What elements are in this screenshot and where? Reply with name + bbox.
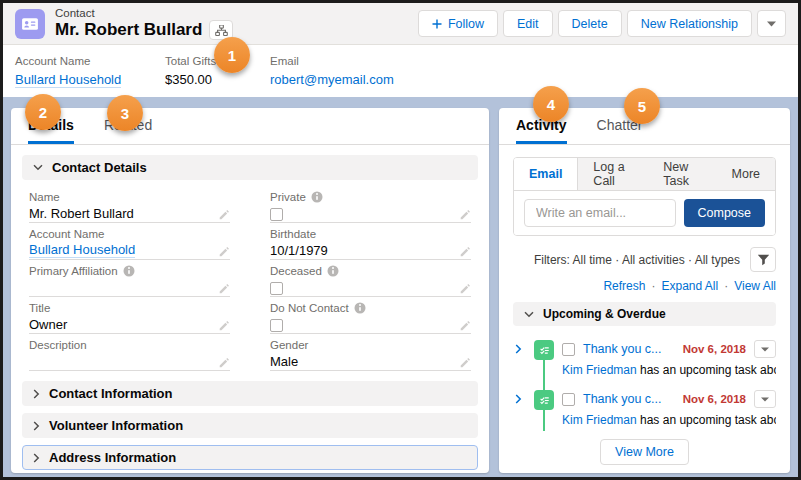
edit-pencil-icon[interactable] <box>459 320 471 332</box>
composer-tab-email[interactable]: Email <box>514 158 578 190</box>
annotation-marker-2: 2 <box>25 94 61 130</box>
field-description: Description <box>29 334 230 371</box>
caret-down-icon <box>761 347 769 352</box>
task-subject-link[interactable]: Thank you c... <box>583 342 662 356</box>
delete-button[interactable]: Delete <box>558 10 622 37</box>
field-do-not-contact: Do Not Contact <box>270 297 471 334</box>
entity-label: Contact <box>55 7 233 20</box>
annotation-marker-3: 3 <box>107 95 143 131</box>
field-deceased: Deceased <box>270 260 471 297</box>
task-actions-button[interactable] <box>754 340 776 358</box>
field-gender: Gender Male <box>270 334 471 371</box>
edit-pencil-icon[interactable] <box>459 283 471 295</box>
timeline-task-item: Thank you c... Nov 6, 2018 Kim Friedman … <box>513 333 776 383</box>
edit-pencil-icon[interactable] <box>459 246 471 258</box>
task-actor-link[interactable]: Kim Friedman <box>562 413 637 427</box>
info-icon[interactable] <box>311 191 323 203</box>
filters-summary: Filters: All time · All activities · All… <box>534 253 740 267</box>
task-description: Kim Friedman has an upcoming task about … <box>562 413 776 427</box>
private-checkbox <box>270 208 283 221</box>
filter-button[interactable] <box>750 247 776 272</box>
plus-icon <box>432 19 442 29</box>
hierarchy-icon <box>215 25 228 36</box>
page-content: Details Related Contact Details Name Mr.… <box>3 97 798 477</box>
timeline-task-item: Thank you c... Nov 6, 2018 Kim Friedman … <box>513 383 776 433</box>
field-title: Title Owner <box>29 297 230 334</box>
field-name: Name Mr. Robert Bullard <box>29 186 230 223</box>
funnel-icon <box>757 254 770 266</box>
task-icon <box>534 340 554 360</box>
section-upcoming-overdue[interactable]: Upcoming & Overdue <box>513 302 776 326</box>
edit-pencil-icon[interactable] <box>218 283 230 295</box>
activity-composer: Email Log a Call New Task More Compose <box>513 157 776 236</box>
edit-pencil-icon[interactable] <box>459 357 471 369</box>
account-link[interactable]: Bullard Household <box>29 242 135 258</box>
edit-pencil-icon[interactable] <box>218 246 230 258</box>
details-card: Details Related Contact Details Name Mr.… <box>11 108 489 473</box>
new-relationship-button[interactable]: New Relationship <box>627 10 752 37</box>
view-all-link[interactable]: View All <box>734 279 776 293</box>
task-complete-checkbox[interactable] <box>562 393 575 406</box>
email-link[interactable]: robert@myemail.com <box>270 72 394 87</box>
view-more-button[interactable]: View More <box>600 439 689 465</box>
highlight-email: Email robert@myemail.com <box>270 53 394 97</box>
edit-button[interactable]: Edit <box>503 10 553 37</box>
compose-button[interactable]: Compose <box>684 199 766 227</box>
field-private: Private <box>270 186 471 223</box>
edit-pencil-icon[interactable] <box>218 320 230 332</box>
composer-tab-new-task[interactable]: New Task <box>648 158 716 190</box>
activity-timeline: Thank you c... Nov 6, 2018 Kim Friedman … <box>513 326 776 433</box>
expand-item-chevron-icon[interactable] <box>515 344 526 354</box>
record-header: Contact Mr. Robert Bullard <box>3 3 798 45</box>
section-contact-details[interactable]: Contact Details <box>22 155 478 180</box>
edit-pencil-icon[interactable] <box>459 209 471 221</box>
caret-down-icon <box>767 21 776 27</box>
contact-object-icon <box>15 9 45 39</box>
collapsed-sections: Contact Information Volunteer Informatio… <box>22 381 478 470</box>
chevron-right-icon <box>33 389 40 399</box>
left-tabset: Details Related <box>11 108 489 145</box>
chevron-down-icon <box>524 311 534 318</box>
section-address-information[interactable]: Address Information <box>22 445 478 470</box>
activity-body: Email Log a Call New Task More Compose F… <box>499 145 790 473</box>
tab-activity[interactable]: Activity <box>516 117 567 144</box>
info-icon[interactable] <box>354 302 366 314</box>
highlights-panel: Account Name Bullard Household Total Gif… <box>3 45 798 97</box>
annotation-marker-4: 4 <box>533 86 569 122</box>
follow-button[interactable]: Follow <box>418 10 498 37</box>
account-link[interactable]: Bullard Household <box>15 72 121 88</box>
record-title-block: Contact Mr. Robert Bullard <box>55 7 233 40</box>
chevron-down-icon <box>33 164 43 171</box>
annotation-marker-5: 5 <box>624 88 660 124</box>
expand-item-chevron-icon[interactable] <box>515 394 526 404</box>
task-actions-button[interactable] <box>754 390 776 408</box>
contact-details-fields: Name Mr. Robert Bullard Account Name Bul… <box>22 180 478 379</box>
write-email-input[interactable] <box>524 199 676 227</box>
info-icon[interactable] <box>123 265 135 277</box>
task-actor-link[interactable]: Kim Friedman <box>562 363 637 377</box>
task-subject-link[interactable]: Thank you c... <box>583 392 662 406</box>
activity-filters-row: Filters: All time · All activities · All… <box>513 247 776 272</box>
highlight-account-name: Account Name Bullard Household <box>15 53 165 97</box>
composer-tab-log-a-call[interactable]: Log a Call <box>578 158 648 190</box>
refresh-link[interactable]: Refresh <box>603 279 645 293</box>
deceased-checkbox <box>270 282 283 295</box>
section-contact-information[interactable]: Contact Information <box>22 381 478 406</box>
activity-links-row: Refresh · Expand All · View All <box>513 279 776 293</box>
composer-tab-more[interactable]: More <box>717 158 775 190</box>
section-volunteer-information[interactable]: Volunteer Information <box>22 413 478 438</box>
salesforce-contact-page: Contact Mr. Robert Bullard <box>0 0 801 480</box>
task-complete-checkbox[interactable] <box>562 343 575 356</box>
chevron-right-icon <box>33 421 40 431</box>
activity-card: Activity Chatter Email Log a Call New Ta… <box>499 108 790 473</box>
task-due-date: Nov 6, 2018 <box>683 393 746 405</box>
annotation-marker-1: 1 <box>214 37 250 73</box>
chevron-right-icon <box>33 453 40 463</box>
edit-pencil-icon[interactable] <box>218 357 230 369</box>
more-actions-button[interactable] <box>757 10 786 37</box>
edit-pencil-icon[interactable] <box>218 209 230 221</box>
record-name: Mr. Robert Bullard <box>55 20 202 40</box>
field-birthdate: Birthdate 10/1/1979 <box>270 223 471 260</box>
expand-all-link[interactable]: Expand All <box>661 279 718 293</box>
info-icon[interactable] <box>327 265 339 277</box>
